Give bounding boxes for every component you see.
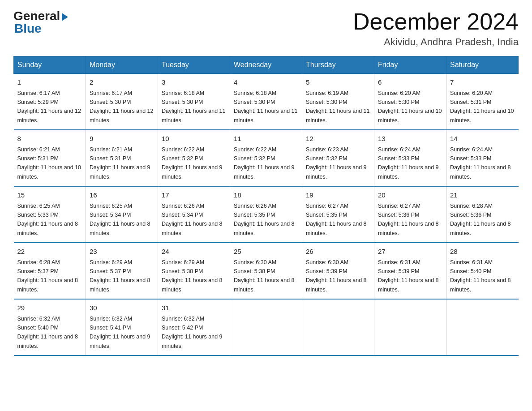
calendar-cell: 9 Sunrise: 6:21 AMSunset: 5:31 PMDayligh… (86, 130, 158, 186)
day-info: Sunrise: 6:19 AMSunset: 5:30 PMDaylight:… (306, 90, 369, 124)
calendar-cell: 31 Sunrise: 6:32 AMSunset: 5:42 PMDaylig… (158, 299, 230, 355)
logo-blue-text: Blue (14, 21, 42, 36)
calendar-week-row: 29 Sunrise: 6:32 AMSunset: 5:40 PMDaylig… (14, 299, 519, 355)
day-info: Sunrise: 6:29 AMSunset: 5:37 PMDaylight:… (90, 259, 150, 293)
calendar-cell: 19 Sunrise: 6:27 AMSunset: 5:35 PMDaylig… (302, 186, 374, 243)
day-info: Sunrise: 6:28 AMSunset: 5:37 PMDaylight:… (17, 259, 78, 293)
day-info: Sunrise: 6:27 AMSunset: 5:35 PMDaylight:… (306, 203, 367, 236)
logo: General Blue (13, 9, 68, 36)
day-number: 27 (378, 247, 442, 257)
calendar-week-row: 22 Sunrise: 6:28 AMSunset: 5:37 PMDaylig… (14, 243, 519, 299)
day-number: 2 (90, 77, 154, 88)
day-number: 30 (90, 303, 154, 313)
day-number: 12 (306, 134, 370, 144)
location-title: Akividu, Andhra Pradesh, India (353, 36, 519, 48)
day-info: Sunrise: 6:30 AMSunset: 5:39 PMDaylight:… (306, 259, 367, 293)
day-info: Sunrise: 6:23 AMSunset: 5:32 PMDaylight:… (306, 146, 367, 180)
day-info: Sunrise: 6:29 AMSunset: 5:38 PMDaylight:… (162, 259, 223, 293)
logo-arrow-icon (62, 13, 68, 21)
title-block: December 2024 Akividu, Andhra Pradesh, I… (353, 9, 519, 48)
calendar-cell (230, 299, 302, 355)
calendar-week-row: 1 Sunrise: 6:17 AMSunset: 5:29 PMDayligh… (14, 74, 519, 130)
day-info: Sunrise: 6:32 AMSunset: 5:40 PMDaylight:… (17, 316, 78, 349)
calendar-cell: 14 Sunrise: 6:24 AMSunset: 5:33 PMDaylig… (446, 130, 519, 186)
day-number: 3 (162, 77, 226, 88)
day-number: 26 (306, 247, 370, 257)
day-info: Sunrise: 6:22 AMSunset: 5:32 PMDaylight:… (234, 146, 295, 180)
day-number: 28 (450, 247, 515, 257)
calendar-cell: 2 Sunrise: 6:17 AMSunset: 5:30 PMDayligh… (86, 74, 158, 130)
calendar-cell: 6 Sunrise: 6:20 AMSunset: 5:30 PMDayligh… (374, 74, 446, 130)
calendar-cell (302, 299, 374, 355)
day-number: 24 (162, 247, 226, 257)
day-number: 31 (162, 303, 226, 313)
calendar-cell: 15 Sunrise: 6:25 AMSunset: 5:33 PMDaylig… (14, 186, 86, 243)
day-number: 23 (90, 247, 154, 257)
day-info: Sunrise: 6:28 AMSunset: 5:36 PMDaylight:… (450, 203, 511, 236)
calendar-table: SundayMondayTuesdayWednesdayThursdayFrid… (13, 56, 519, 356)
day-info: Sunrise: 6:17 AMSunset: 5:29 PMDaylight:… (17, 90, 81, 124)
calendar-cell: 27 Sunrise: 6:31 AMSunset: 5:39 PMDaylig… (374, 243, 446, 299)
day-info: Sunrise: 6:27 AMSunset: 5:36 PMDaylight:… (378, 203, 439, 236)
day-info: Sunrise: 6:26 AMSunset: 5:34 PMDaylight:… (162, 203, 223, 236)
day-info: Sunrise: 6:25 AMSunset: 5:34 PMDaylight:… (90, 203, 150, 236)
column-header-friday: Friday (374, 56, 446, 74)
calendar-cell: 24 Sunrise: 6:29 AMSunset: 5:38 PMDaylig… (158, 243, 230, 299)
day-info: Sunrise: 6:31 AMSunset: 5:40 PMDaylight:… (450, 259, 511, 293)
day-info: Sunrise: 6:32 AMSunset: 5:42 PMDaylight:… (162, 316, 223, 349)
calendar-cell: 17 Sunrise: 6:26 AMSunset: 5:34 PMDaylig… (158, 186, 230, 243)
day-number: 19 (306, 190, 370, 201)
month-title: December 2024 (353, 9, 519, 34)
calendar-cell: 11 Sunrise: 6:22 AMSunset: 5:32 PMDaylig… (230, 130, 302, 186)
day-info: Sunrise: 6:21 AMSunset: 5:31 PMDaylight:… (17, 146, 81, 180)
day-info: Sunrise: 6:26 AMSunset: 5:35 PMDaylight:… (234, 203, 295, 236)
day-number: 29 (17, 303, 82, 313)
day-number: 20 (378, 190, 442, 201)
column-header-tuesday: Tuesday (158, 56, 230, 74)
calendar-cell: 23 Sunrise: 6:29 AMSunset: 5:37 PMDaylig… (86, 243, 158, 299)
day-info: Sunrise: 6:24 AMSunset: 5:33 PMDaylight:… (450, 146, 511, 180)
day-number: 8 (17, 134, 82, 144)
calendar-header-row: SundayMondayTuesdayWednesdayThursdayFrid… (14, 56, 519, 74)
day-info: Sunrise: 6:30 AMSunset: 5:38 PMDaylight:… (234, 259, 295, 293)
day-info: Sunrise: 6:20 AMSunset: 5:31 PMDaylight:… (450, 90, 514, 124)
calendar-week-row: 15 Sunrise: 6:25 AMSunset: 5:33 PMDaylig… (14, 186, 519, 243)
calendar-cell: 8 Sunrise: 6:21 AMSunset: 5:31 PMDayligh… (14, 130, 86, 186)
day-info: Sunrise: 6:21 AMSunset: 5:31 PMDaylight:… (90, 146, 150, 180)
day-number: 4 (234, 77, 298, 88)
day-info: Sunrise: 6:31 AMSunset: 5:39 PMDaylight:… (378, 259, 439, 293)
day-info: Sunrise: 6:17 AMSunset: 5:30 PMDaylight:… (90, 90, 153, 124)
calendar-cell: 29 Sunrise: 6:32 AMSunset: 5:40 PMDaylig… (14, 299, 86, 355)
column-header-thursday: Thursday (302, 56, 374, 74)
calendar-cell: 5 Sunrise: 6:19 AMSunset: 5:30 PMDayligh… (302, 74, 374, 130)
calendar-cell: 10 Sunrise: 6:22 AMSunset: 5:32 PMDaylig… (158, 130, 230, 186)
calendar-cell: 18 Sunrise: 6:26 AMSunset: 5:35 PMDaylig… (230, 186, 302, 243)
day-info: Sunrise: 6:18 AMSunset: 5:30 PMDaylight:… (234, 90, 297, 124)
column-header-monday: Monday (86, 56, 158, 74)
day-info: Sunrise: 6:32 AMSunset: 5:41 PMDaylight:… (90, 316, 150, 349)
column-header-sunday: Sunday (14, 56, 86, 74)
day-number: 11 (234, 134, 298, 144)
page-header: General Blue December 2024 Akividu, Andh… (13, 9, 519, 48)
calendar-cell: 28 Sunrise: 6:31 AMSunset: 5:40 PMDaylig… (446, 243, 519, 299)
day-number: 22 (17, 247, 82, 257)
day-number: 10 (162, 134, 226, 144)
calendar-cell: 20 Sunrise: 6:27 AMSunset: 5:36 PMDaylig… (374, 186, 446, 243)
calendar-cell: 21 Sunrise: 6:28 AMSunset: 5:36 PMDaylig… (446, 186, 519, 243)
calendar-cell: 30 Sunrise: 6:32 AMSunset: 5:41 PMDaylig… (86, 299, 158, 355)
day-info: Sunrise: 6:18 AMSunset: 5:30 PMDaylight:… (162, 90, 225, 124)
day-info: Sunrise: 6:25 AMSunset: 5:33 PMDaylight:… (17, 203, 78, 236)
day-number: 18 (234, 190, 298, 201)
calendar-cell (374, 299, 446, 355)
day-number: 17 (162, 190, 226, 201)
day-number: 5 (306, 77, 370, 88)
calendar-cell: 12 Sunrise: 6:23 AMSunset: 5:32 PMDaylig… (302, 130, 374, 186)
day-info: Sunrise: 6:20 AMSunset: 5:30 PMDaylight:… (378, 90, 442, 124)
day-number: 1 (17, 77, 82, 88)
calendar-cell: 16 Sunrise: 6:25 AMSunset: 5:34 PMDaylig… (86, 186, 158, 243)
calendar-cell: 7 Sunrise: 6:20 AMSunset: 5:31 PMDayligh… (446, 74, 519, 130)
day-number: 7 (450, 77, 515, 88)
calendar-week-row: 8 Sunrise: 6:21 AMSunset: 5:31 PMDayligh… (14, 130, 519, 186)
calendar-cell: 22 Sunrise: 6:28 AMSunset: 5:37 PMDaylig… (14, 243, 86, 299)
day-number: 6 (378, 77, 442, 88)
